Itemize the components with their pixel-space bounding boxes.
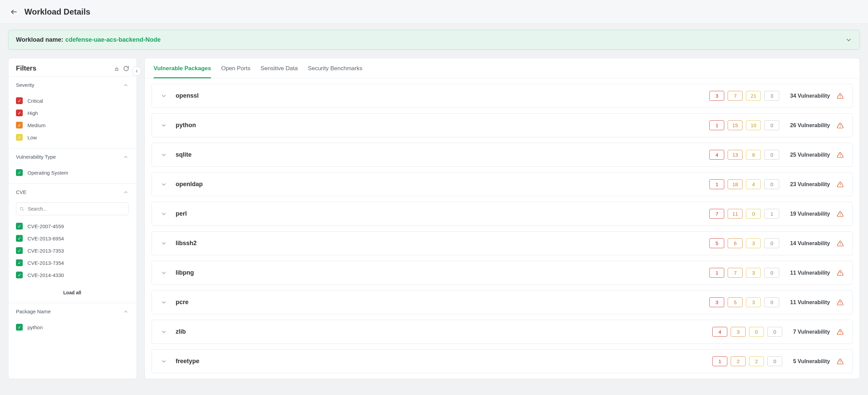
- checkbox-icon[interactable]: [16, 235, 23, 242]
- chevron-up-icon: [123, 190, 129, 195]
- package-expand-icon[interactable]: [161, 240, 167, 246]
- severity-count-high: 7: [728, 268, 743, 278]
- checkbox-icon[interactable]: [16, 324, 23, 331]
- warning-icon: [837, 270, 844, 276]
- package-row-libssh2: libssh2563014 Vulnerability: [152, 231, 853, 255]
- checkbox-label: CVE-2013-7353: [27, 248, 64, 254]
- checkbox-icon[interactable]: [16, 259, 23, 266]
- package-name: openldap: [176, 181, 203, 188]
- filter-section-head-cve[interactable]: CVE: [8, 184, 136, 200]
- severity-count-critical: 1: [709, 268, 724, 278]
- cve-title: CVE: [16, 189, 26, 195]
- package-title: Package Name: [16, 309, 51, 314]
- filter-section-head-vulntype[interactable]: Vulnerability Type: [8, 149, 136, 165]
- vulnerability-total: 34 Vulnerability: [790, 93, 830, 99]
- cve-search-input[interactable]: [16, 202, 129, 215]
- checkbox-icon[interactable]: [16, 97, 23, 104]
- severity-count-low: 0: [767, 356, 782, 366]
- package-filter-item-0[interactable]: python: [16, 321, 129, 333]
- checkbox-icon[interactable]: [16, 247, 23, 254]
- severity-count-low: 0: [764, 120, 779, 130]
- filters-clear-icon[interactable]: [114, 65, 120, 72]
- checkbox-label: Critical: [27, 98, 43, 104]
- severity-count-critical: 1: [709, 120, 724, 130]
- severity-count-low: 0: [767, 327, 782, 337]
- package-name: python: [176, 122, 196, 129]
- package-row-freetype: freetype12205 Vulnerability: [152, 349, 853, 373]
- checkbox-label: python: [27, 324, 43, 330]
- package-stats: 12205 Vulnerability: [712, 356, 844, 366]
- severity-count-critical: 7: [709, 209, 724, 219]
- vulntype-item-0[interactable]: Operating System: [16, 166, 129, 179]
- checkbox-icon[interactable]: [16, 169, 23, 176]
- severity-count-critical: 4: [712, 327, 727, 337]
- vulntype-title: Vulnerability Type: [16, 154, 56, 160]
- checkbox-label: High: [27, 110, 38, 116]
- package-name: openssl: [176, 92, 199, 99]
- severity-count-critical: 3: [709, 91, 724, 101]
- severity-count-high: 13: [728, 150, 743, 160]
- severity-count-high: 18: [728, 179, 743, 189]
- severity-count-medium: 8: [746, 150, 761, 160]
- tab-vulnerable-packages[interactable]: Vulnerable Packages: [154, 65, 211, 78]
- vulnerability-total: 25 Vulnerability: [790, 152, 830, 158]
- checkbox-icon[interactable]: [16, 110, 23, 116]
- severity-item-0[interactable]: Critical: [16, 95, 129, 107]
- package-expand-icon[interactable]: [161, 299, 167, 305]
- cve-search: [16, 202, 129, 215]
- package-expand-icon[interactable]: [161, 181, 167, 187]
- severity-count-medium: 0: [746, 209, 761, 219]
- severity-count-critical: 3: [709, 297, 724, 307]
- package-name: pcre: [176, 299, 189, 306]
- tab-sensitive-data[interactable]: Sensitive Data: [260, 65, 298, 78]
- cve-item-4[interactable]: CVE-2014-4330: [16, 269, 129, 281]
- package-name: libpng: [176, 269, 194, 276]
- cve-item-0[interactable]: CVE-2007-4559: [16, 220, 129, 232]
- cve-item-2[interactable]: CVE-2013-7353: [16, 244, 129, 257]
- checkbox-label: CVE-2013-7354: [27, 260, 64, 266]
- package-stats: 173011 Vulnerability: [709, 268, 844, 278]
- package-row-python: python11510026 Vulnerability: [152, 113, 853, 137]
- package-stats: 7110119 Vulnerability: [709, 209, 844, 219]
- package-expand-icon[interactable]: [161, 122, 167, 129]
- filter-section-vulntype: Vulnerability Type Operating System: [8, 148, 136, 183]
- banner-expand-icon[interactable]: [845, 37, 852, 43]
- severity-count-high: 5: [728, 297, 743, 307]
- filter-section-head-severity[interactable]: Severity: [8, 77, 136, 93]
- tab-security-benchmarks[interactable]: Security Benchmarks: [308, 65, 362, 78]
- filters-collapse-toggle[interactable]: [132, 66, 141, 76]
- cve-item-3[interactable]: CVE-2013-7354: [16, 257, 129, 269]
- severity-item-2[interactable]: Medium: [16, 119, 129, 131]
- package-expand-icon[interactable]: [161, 211, 167, 217]
- severity-count-medium: 3: [746, 297, 761, 307]
- severity-count-high: 6: [728, 238, 743, 248]
- main-panel: Vulnerable PackagesOpen PortsSensitive D…: [144, 58, 860, 379]
- cve-item-1[interactable]: CVE-2013-6954: [16, 232, 129, 244]
- vulnerability-total: 26 Vulnerability: [790, 122, 830, 129]
- severity-item-3[interactable]: Low: [16, 131, 129, 143]
- warning-icon: [837, 358, 844, 365]
- package-stats: 563014 Vulnerability: [709, 238, 844, 248]
- package-expand-icon[interactable]: [161, 270, 167, 276]
- severity-item-1[interactable]: High: [16, 107, 129, 119]
- package-expand-icon[interactable]: [161, 152, 167, 158]
- severity-count-medium: 4: [746, 179, 761, 189]
- package-name: sqlite: [176, 151, 192, 158]
- package-stats: 11510026 Vulnerability: [709, 120, 844, 130]
- package-expand-icon[interactable]: [161, 329, 167, 335]
- back-arrow-icon[interactable]: [10, 8, 18, 16]
- tab-open-ports[interactable]: Open Ports: [221, 65, 250, 78]
- package-expand-icon[interactable]: [161, 93, 167, 99]
- package-stats: 4138025 Vulnerability: [709, 150, 844, 160]
- workload-name-value: cdefense-uae-acs-backend-Node: [65, 36, 161, 43]
- checkbox-icon[interactable]: [16, 122, 23, 129]
- package-expand-icon[interactable]: [161, 358, 167, 364]
- checkbox-icon[interactable]: [16, 272, 23, 278]
- checkbox-icon[interactable]: [16, 134, 23, 141]
- cve-load-all[interactable]: Load all: [8, 286, 136, 303]
- filters-refresh-icon[interactable]: [123, 65, 129, 72]
- package-name: freetype: [176, 358, 199, 365]
- filter-section-head-package[interactable]: Package Name: [8, 303, 136, 320]
- package-row-zlib: zlib43007 Vulnerability: [152, 320, 853, 344]
- checkbox-icon[interactable]: [16, 223, 23, 230]
